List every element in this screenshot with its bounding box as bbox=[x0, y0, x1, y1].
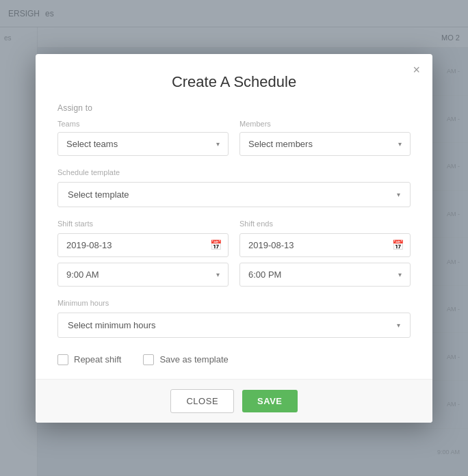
teams-label: Teams bbox=[57, 120, 229, 128]
members-select-inner: Select members ▾ bbox=[248, 139, 402, 149]
schedule-template-label: Schedule template bbox=[57, 168, 411, 176]
modal-title: Create A Schedule bbox=[57, 73, 411, 91]
modal-header: Create A Schedule bbox=[36, 54, 432, 103]
shift-times-row: Shift starts 📅 9:00 AM ▾ Shift ends bbox=[57, 220, 411, 287]
modal-overlay: × Create A Schedule Assign to Teams Sele… bbox=[0, 0, 468, 476]
shift-starts-label: Shift starts bbox=[57, 220, 229, 228]
repeat-shift-checkbox[interactable] bbox=[57, 354, 68, 365]
shift-ends-time-chevron: ▾ bbox=[398, 271, 402, 278]
teams-members-row: Teams Select teams ▾ Members bbox=[57, 120, 411, 156]
save-as-template-checkbox-label[interactable]: Save as template bbox=[143, 354, 228, 365]
teams-select-value: Select teams bbox=[66, 139, 118, 149]
shift-ends-date-wrap: 📅 bbox=[239, 233, 411, 257]
close-button[interactable]: CLOSE bbox=[170, 389, 234, 413]
modal-dialog: × Create A Schedule Assign to Teams Sele… bbox=[36, 54, 432, 423]
shift-ends-time-select[interactable]: 6:00 PM ▾ bbox=[239, 263, 411, 287]
checkboxes-row: Repeat shift Save as template bbox=[57, 352, 411, 365]
teams-select-inner: Select teams ▾ bbox=[66, 139, 220, 149]
repeat-shift-checkbox-label[interactable]: Repeat shift bbox=[57, 354, 121, 365]
shift-ends-time-value: 6:00 PM bbox=[248, 269, 281, 280]
assign-to-section: Assign to Teams Select teams ▾ bbox=[57, 103, 411, 156]
assign-to-label: Assign to bbox=[57, 103, 411, 113]
shift-starts-time-select[interactable]: 9:00 AM ▾ bbox=[57, 263, 229, 287]
minimum-hours-dropdown-icon: ▾ bbox=[397, 321, 400, 329]
teams-column: Teams Select teams ▾ bbox=[57, 120, 229, 156]
repeat-shift-label: Repeat shift bbox=[74, 354, 121, 365]
save-button[interactable]: SAVE bbox=[242, 390, 297, 412]
shift-starts-column: Shift starts 📅 9:00 AM ▾ bbox=[57, 220, 229, 287]
modal-close-x-button[interactable]: × bbox=[410, 61, 423, 79]
members-select[interactable]: Select members ▾ bbox=[239, 132, 411, 156]
minimum-hours-value: Select minimum hours bbox=[68, 320, 156, 330]
members-label: Members bbox=[239, 120, 411, 128]
members-select-value: Select members bbox=[248, 139, 313, 149]
shift-starts-time-chevron: ▾ bbox=[216, 271, 220, 278]
shift-starts-calendar-icon: 📅 bbox=[210, 239, 222, 250]
shift-ends-label: Shift ends bbox=[239, 220, 411, 228]
minimum-hours-label: Minimum hours bbox=[57, 299, 411, 307]
teams-select[interactable]: Select teams ▾ bbox=[57, 132, 229, 156]
save-as-template-label: Save as template bbox=[159, 354, 228, 365]
modal-footer: CLOSE SAVE bbox=[36, 379, 432, 423]
schedule-template-dropdown-icon: ▾ bbox=[397, 191, 400, 198]
schedule-template-section: Schedule template Select template ▾ bbox=[57, 168, 411, 207]
shift-starts-date-wrap: 📅 bbox=[57, 233, 229, 257]
minimum-hours-section: Minimum hours Select minimum hours ▾ bbox=[57, 299, 411, 338]
schedule-template-value: Select template bbox=[68, 189, 129, 200]
shift-ends-column: Shift ends 📅 6:00 PM ▾ bbox=[239, 220, 411, 287]
schedule-template-select[interactable]: Select template ▾ bbox=[57, 182, 411, 207]
shift-ends-calendar-icon: 📅 bbox=[392, 239, 404, 250]
minimum-hours-select[interactable]: Select minimum hours ▾ bbox=[57, 313, 411, 338]
shift-ends-date-input[interactable] bbox=[239, 233, 411, 257]
shift-starts-date-input[interactable] bbox=[57, 233, 229, 257]
save-as-template-checkbox[interactable] bbox=[143, 354, 154, 365]
members-column: Members Select members ▾ bbox=[239, 120, 411, 156]
modal-body: Assign to Teams Select teams ▾ bbox=[36, 103, 432, 379]
members-dropdown-icon: ▾ bbox=[398, 140, 402, 148]
shift-starts-time-value: 9:00 AM bbox=[66, 269, 99, 280]
teams-dropdown-icon: ▾ bbox=[216, 140, 220, 148]
